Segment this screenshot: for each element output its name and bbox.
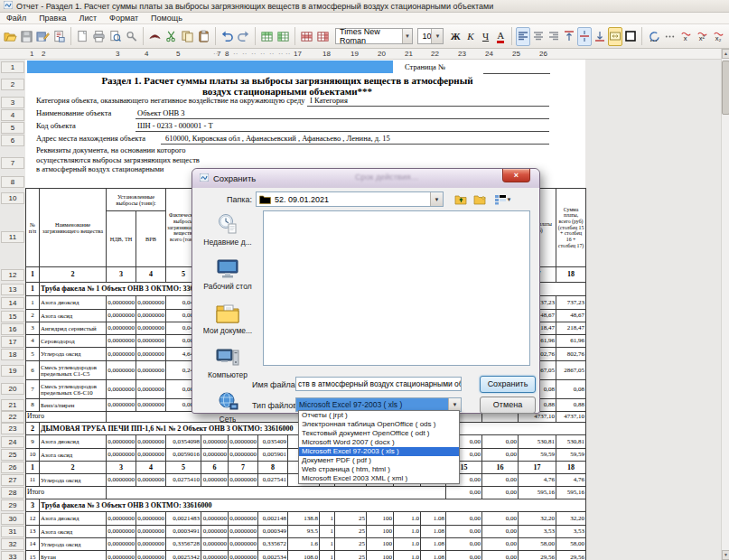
chevron-down-icon[interactable]: ▼ [448,398,461,411]
new-folder-icon[interactable] [472,191,489,208]
format-decimals-icon[interactable] [662,27,678,46]
close-icon[interactable]: × [502,169,530,182]
valign-bottom-icon[interactable] [593,27,607,46]
delete-row-icon[interactable] [299,27,314,46]
paste-icon[interactable] [196,27,211,46]
format-clear-icon-3[interactable]: x₂ [711,27,726,46]
row-number[interactable]: 5 [1,122,24,134]
borders-icon[interactable] [623,27,638,46]
scroll-up-icon[interactable]: ▲ [722,49,729,59]
row-number[interactable]: 12 [1,269,24,281]
format-number-icon[interactable] [646,27,661,46]
print-preview-icon[interactable] [107,27,123,46]
menu-item-3[interactable]: Формат [103,14,145,23]
font-size-select[interactable]: 10 ▼ [417,28,444,44]
align-center-icon[interactable] [531,27,546,46]
row-number[interactable]: 15 [1,311,24,322]
file-type-option[interactable]: Web страница ( htm, html ) [299,465,459,474]
row-number[interactable]: 10 [1,192,24,204]
dialog-title-bar[interactable]: Сохранить Срок действия… × [192,169,539,188]
file-type-option[interactable]: Документ PDF ( pdf ) [299,456,459,465]
copy-icon[interactable] [180,27,195,46]
align-right-icon[interactable] [547,27,561,46]
row-number[interactable]: 25 [1,449,24,461]
scrollbar-thumb[interactable] [722,61,729,115]
valign-middle-icon[interactable] [577,27,592,46]
up-one-level-icon[interactable] [453,191,470,208]
font-color-button[interactable]: А [493,27,508,46]
place-recent[interactable]: Недавние д... [199,212,257,247]
file-type-option[interactable]: Microsoft Excel 97-2003 ( xls ) [299,447,459,456]
row-number[interactable]: 8 [1,176,24,188]
row-number[interactable]: 4 [1,109,24,121]
row-number[interactable]: 30 [1,513,24,525]
delete-column-icon[interactable] [315,27,331,46]
cut-icon[interactable] [164,27,179,46]
scroll-down-icon[interactable]: ▼ [722,550,729,560]
file-list[interactable] [263,210,530,366]
place-network[interactable]: Сеть [199,391,257,424]
print-icon[interactable] [91,27,107,46]
file-type-option[interactable]: Текстовый документ OpenOffice ( odt ) [299,429,459,438]
view-menu-icon[interactable]: ▼ [491,191,515,208]
chevron-down-icon[interactable]: ▼ [430,192,443,206]
folder-select[interactable]: 52. 09.01.2021 ▼ [256,191,444,207]
save-as-icon[interactable] [35,27,51,46]
row-number[interactable]: 26 [1,462,24,473]
row-number[interactable]: 6 [1,135,24,146]
cancel-button[interactable]: Отмена [480,397,536,414]
row-number[interactable]: 28 [1,487,24,499]
insert-row-icon[interactable] [259,27,275,46]
menu-item-4[interactable]: Помощь [145,14,189,23]
merge-cells-icon[interactable] [608,27,622,46]
underline-button[interactable]: Ч [479,27,493,46]
undo-icon[interactable] [220,27,235,46]
row-number[interactable]: 19 [1,365,24,377]
row-number[interactable]: 3 [1,97,24,108]
valign-top-icon[interactable] [562,27,576,46]
menu-item-1[interactable]: Правка [33,14,72,23]
row-number[interactable]: 14 [1,297,24,309]
save-icon[interactable] [19,27,34,46]
export-report-icon[interactable] [51,27,67,46]
menu-item-0[interactable]: Файл [0,14,33,23]
page-setup-icon[interactable] [75,27,90,46]
file-type-option[interactable]: Microsoft Excel 2003 XML ( xml ) [299,474,459,483]
row-number[interactable]: 13 [1,284,24,295]
row-number[interactable]: 1 [1,61,24,73]
row-number[interactable]: 24 [1,436,24,448]
format-clear-icon-1[interactable]: x [678,27,694,46]
selected-cell-highlight[interactable] [27,61,393,73]
row-number[interactable]: 16 [1,323,24,335]
open-icon[interactable] [3,27,18,46]
row-number[interactable]: 23 [1,423,24,434]
place-documents[interactable]: Мои докуме... [199,303,257,335]
row-number[interactable]: 33 [1,551,24,560]
filename-input[interactable]: ств в атмосферный воздух стационарными о… [295,377,462,391]
search-icon[interactable] [124,27,139,46]
row-number[interactable]: 31 [1,526,24,537]
file-type-option[interactable]: Отчеты ( jrpt ) [299,411,459,420]
file-type-option[interactable]: Электронная таблица OpenOffice ( ods ) [299,420,459,429]
align-left-icon[interactable] [516,27,530,46]
row-number[interactable]: 7 [1,157,24,169]
vertical-scrollbar[interactable]: ▲ ▼ [721,49,729,560]
row-number[interactable]: 21 [1,399,24,411]
row-number[interactable]: 20 [1,383,24,395]
row-number[interactable]: 29 [1,499,24,511]
hat-icon[interactable] [147,27,163,46]
row-number[interactable]: 11 [1,231,24,243]
row-number[interactable]: 18 [1,349,24,360]
row-number[interactable]: 32 [1,538,24,550]
place-computer[interactable]: Компьютер [199,347,257,379]
italic-button[interactable]: К [463,27,478,46]
file-type-option[interactable]: Microsoft Word 2007 ( docx ) [299,438,459,447]
menu-item-2[interactable]: Лист [73,14,104,23]
bold-button[interactable]: Ж [448,27,463,46]
row-number[interactable]: 2 [1,79,24,90]
row-number[interactable]: 22 [1,411,24,423]
save-button[interactable]: Сохранить [480,376,536,393]
format-clear-icon-2[interactable]: x² [695,27,710,46]
row-number[interactable]: 17 [1,336,24,348]
font-select[interactable]: Times New Roman ▼ [335,28,413,44]
